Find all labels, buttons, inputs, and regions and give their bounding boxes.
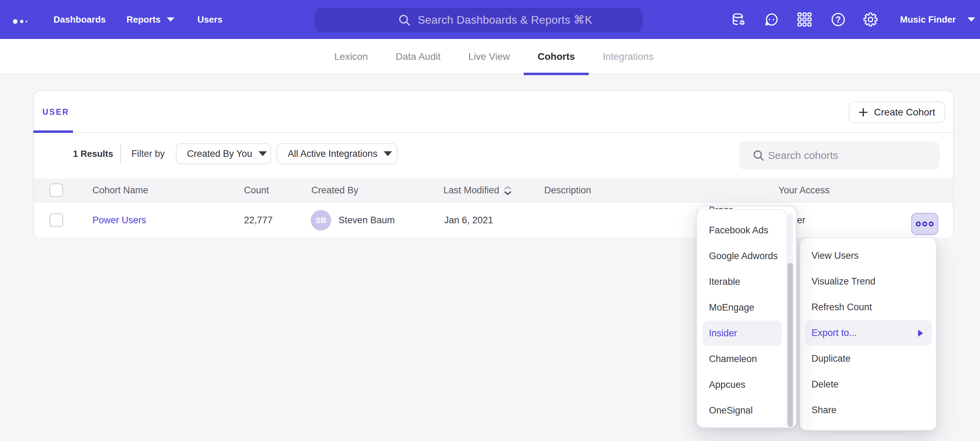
help-icon[interactable]: ?	[826, 0, 850, 39]
submenu-item-insider[interactable]: Insider	[703, 321, 782, 346]
table-row[interactable]: Power Users 22,777 SB Steven Baum Jan 6,…	[34, 203, 953, 238]
submenu-item-iterable[interactable]: Iterable	[703, 269, 782, 295]
search-cohorts-input[interactable]: Search cohorts	[739, 141, 940, 170]
tab-lexicon[interactable]: Lexicon	[320, 39, 382, 74]
apps-grid-icon[interactable]	[793, 0, 816, 39]
results-count: 1 Results	[73, 144, 113, 163]
nav-reports-label: Reports	[127, 14, 161, 25]
feedback-chat-icon[interactable]	[760, 0, 783, 39]
menu-item-label: Delete	[811, 379, 838, 390]
ellipsis-icon	[916, 220, 934, 227]
data-management-icon[interactable]	[727, 0, 751, 39]
filter-integrations-value: All Active Integrations	[288, 149, 377, 159]
divider	[120, 144, 121, 163]
menu-item-visualize-trend[interactable]: Visualize Trend	[805, 269, 932, 294]
column-header-description: Description	[544, 178, 591, 203]
tab-data-audit[interactable]: Data Audit	[382, 39, 455, 74]
submenu-item-chameleon[interactable]: Chameleon	[703, 347, 782, 372]
row-actions-button[interactable]	[911, 213, 938, 235]
cohort-name-link[interactable]: Power Users	[92, 203, 146, 238]
menu-item-label: View Users	[811, 251, 859, 261]
menu-item-label: Refresh Count	[811, 302, 872, 313]
submenu-item-onesignal[interactable]: OneSignal	[703, 398, 782, 423]
table-header-row: Cohort NameCountCreated ByLast ModifiedD…	[34, 178, 953, 203]
global-search-input[interactable]: Search Dashboards & Reports ⌘K	[315, 8, 643, 32]
nav-users-label: Users	[197, 14, 223, 25]
avatar: SB	[311, 210, 331, 230]
create-cohort-label: Create Cohort	[874, 107, 935, 118]
nav-reports[interactable]: Reports	[127, 0, 175, 39]
card-header: USER Create Cohort	[34, 91, 953, 133]
nav-dashboards-label: Dashboards	[54, 14, 106, 25]
global-search-placeholder: Search Dashboards & Reports ⌘K	[418, 8, 592, 32]
chevron-down-icon	[259, 151, 267, 156]
menu-item-delete[interactable]: Delete	[805, 372, 932, 397]
menu-item-label: Visualize Trend	[811, 276, 875, 287]
submenu-item-facebook-ads[interactable]: Facebook Ads	[703, 218, 782, 243]
chevron-down-icon	[967, 18, 975, 22]
filter-created-by-value: Created By You	[187, 149, 252, 159]
scrollbar-thumb[interactable]	[788, 263, 793, 427]
cohorts-card: USER Create Cohort 1 Results Filter by C…	[33, 90, 954, 237]
cohort-count: 22,777	[244, 203, 273, 238]
menu-item-label: Export to...	[811, 328, 857, 339]
submenu-item-appcues[interactable]: Appcues	[703, 372, 782, 398]
row-checkbox[interactable]	[49, 213, 63, 227]
chevron-down-icon	[167, 18, 175, 22]
tab-user-cohorts[interactable]: USER	[42, 91, 70, 133]
nav-dashboards[interactable]: Dashboards	[54, 0, 106, 39]
menu-item-duplicate[interactable]: Duplicate	[805, 346, 932, 371]
menu-item-label: Share	[811, 405, 837, 415]
column-header-count: Count	[244, 178, 269, 203]
svg-text:?: ?	[835, 14, 841, 24]
section-tabbar: LexiconData AuditLive ViewCohortsIntegra…	[0, 39, 980, 74]
filter-by-label: Filter by	[131, 144, 165, 163]
column-header-created-by: Created By	[311, 178, 358, 203]
plus-icon	[859, 108, 868, 117]
account-name: Music Finder	[900, 14, 956, 25]
last-modified-date: Jan 6, 2021	[444, 203, 493, 238]
filter-integrations-dropdown[interactable]: All Active Integrations	[277, 143, 398, 164]
tab-user-label: USER	[42, 107, 70, 117]
active-tab-underline	[33, 130, 73, 133]
column-header-your-access: Your Access	[778, 178, 830, 203]
created-by-name: Steven Baum	[339, 203, 395, 238]
top-navigation-bar: Dashboards Reports Users Search Dashboar…	[0, 0, 980, 39]
menu-item-refresh-count[interactable]: Refresh Count	[805, 295, 932, 320]
menu-item-share[interactable]: Share	[805, 398, 932, 423]
column-header-last-modified[interactable]: Last Modified	[444, 178, 511, 203]
column-header-cohort-name: Cohort Name	[92, 178, 148, 203]
menu-item-label: Duplicate	[811, 353, 851, 364]
mixpanel-logo-icon[interactable]	[10, 14, 30, 29]
caret-right-icon	[918, 330, 923, 337]
row-context-menu: View UsersVisualize TrendRefresh CountEx…	[800, 238, 937, 431]
tab-cohorts[interactable]: Cohorts	[524, 39, 589, 74]
account-menu[interactable]: Music Finder	[900, 0, 975, 39]
search-icon	[398, 13, 412, 27]
submenu-item-moengage[interactable]: MoEngage	[703, 295, 782, 320]
menu-item-export-to[interactable]: Export to...	[805, 320, 932, 346]
filter-created-by-dropdown[interactable]: Created By You	[176, 143, 271, 164]
app-root: Dashboards Reports Users Search Dashboar…	[0, 0, 980, 441]
menu-item-view-users[interactable]: View Users	[805, 243, 932, 268]
nav-users[interactable]: Users	[197, 0, 223, 39]
tab-live-view[interactable]: Live View	[455, 39, 524, 74]
tab-integrations[interactable]: Integrations	[589, 39, 667, 74]
search-icon	[752, 149, 765, 162]
sort-icon	[504, 186, 511, 195]
submenu-item-google-adwords[interactable]: Google Adwords	[703, 243, 782, 269]
select-all-checkbox[interactable]	[49, 183, 63, 197]
chevron-down-icon	[383, 151, 392, 156]
export-submenu: Facebook AdsGoogle AdwordsIterableMoEnga…	[697, 209, 787, 428]
search-cohorts-placeholder: Search cohorts	[768, 141, 838, 170]
settings-gear-icon[interactable]	[859, 0, 882, 39]
create-cohort-button[interactable]: Create Cohort	[849, 102, 945, 123]
